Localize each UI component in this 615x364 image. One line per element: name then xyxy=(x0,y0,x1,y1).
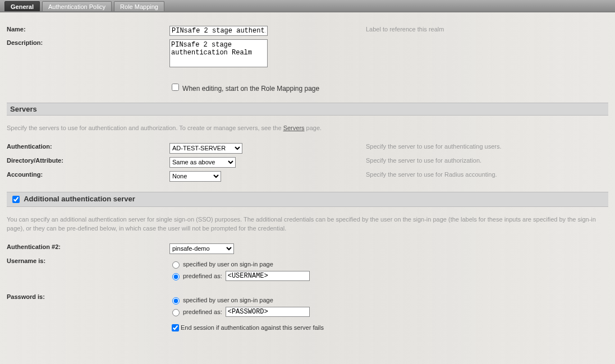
name-hint: Label to reference this realm xyxy=(366,26,608,33)
tabs-strip: General Authentication Policy Role Mappi… xyxy=(0,0,615,12)
tab-auth-policy[interactable]: Authentication Policy xyxy=(42,1,112,11)
username-predefined-label: predefined as: xyxy=(183,273,222,279)
username-predefined-input[interactable] xyxy=(226,271,310,281)
password-specified-label: specified by user on sign-in page xyxy=(183,297,273,303)
end-session-label: End session if authentication against th… xyxy=(181,324,324,331)
name-input[interactable] xyxy=(169,26,268,36)
end-session-checkbox[interactable] xyxy=(172,324,179,331)
tab-role-mapping[interactable]: Role Mapping xyxy=(114,1,164,11)
description-textarea[interactable]: PINsafe 2 stage authentication Realm xyxy=(169,39,268,67)
password-is-label: Password is: xyxy=(7,293,169,300)
auth2-label: Authentication #2: xyxy=(7,243,169,250)
start-role-mapping-label: When editing, start on the Role Mapping … xyxy=(182,85,319,93)
authentication-select[interactable]: AD-TEST-SERVER xyxy=(169,143,242,154)
name-label: Name: xyxy=(7,26,169,33)
authentication-hint: Specify the server to use for authentica… xyxy=(366,143,608,150)
password-predefined-input[interactable] xyxy=(226,307,310,317)
start-role-mapping-checkbox[interactable] xyxy=(172,84,179,91)
servers-header: Servers xyxy=(7,103,608,116)
password-predefined-label: predefined as: xyxy=(183,308,222,315)
accounting-label: Accounting: xyxy=(7,171,169,178)
directory-label: Directory/Attribute: xyxy=(7,157,169,164)
username-specified-radio[interactable] xyxy=(172,261,180,269)
username-is-label: Username is: xyxy=(7,257,169,264)
auth2-select[interactable]: pinsafe-demo xyxy=(169,243,234,254)
directory-hint: Specify the server to use for authorizat… xyxy=(366,157,608,164)
password-predefined-radio[interactable] xyxy=(172,309,180,316)
description-label: Description: xyxy=(7,39,169,46)
directory-select[interactable]: Same as above xyxy=(169,157,236,168)
additional-auth-checkbox[interactable] xyxy=(12,196,20,203)
servers-desc: Specify the servers to use for authentic… xyxy=(7,123,605,133)
tab-general[interactable]: General xyxy=(4,1,40,11)
accounting-hint: Specify the server to use for Radius acc… xyxy=(366,171,608,178)
additional-auth-header: Additional authentication server xyxy=(7,192,608,207)
servers-link[interactable]: Servers xyxy=(283,125,305,131)
username-predefined-radio[interactable] xyxy=(172,273,180,280)
password-specified-radio[interactable] xyxy=(172,297,180,305)
additional-desc: You can specify an additional authentica… xyxy=(7,215,605,233)
accounting-select[interactable]: None xyxy=(169,171,221,182)
username-specified-label: specified by user on sign-in page xyxy=(183,261,273,268)
authentication-label: Authentication: xyxy=(7,143,169,150)
